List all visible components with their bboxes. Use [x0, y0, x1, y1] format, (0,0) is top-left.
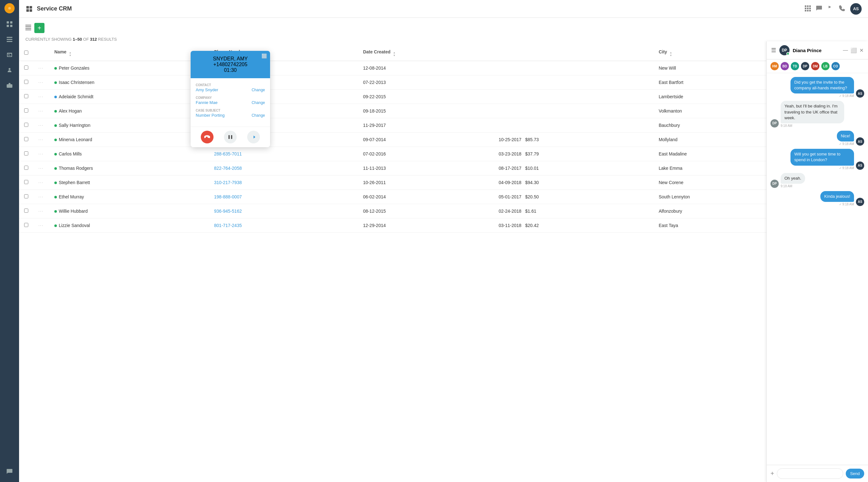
row-phone[interactable]: 198-888-0007 — [209, 190, 358, 204]
row-name: Alex Hogan — [49, 104, 209, 118]
row-checkbox[interactable] — [19, 147, 33, 161]
row-phone[interactable]: 310-217-7938 — [209, 175, 358, 190]
topbar-crm-icon — [25, 5, 33, 13]
chat-message: AS Nice! ✓ 9:18 AM — [771, 131, 864, 146]
row-checkbox[interactable] — [19, 175, 33, 190]
row-checkbox[interactable] — [19, 133, 33, 147]
call-case-change[interactable]: Change — [252, 113, 265, 118]
col-name[interactable]: Name ▲▼ — [49, 46, 209, 61]
select-all-checkbox[interactable] — [24, 51, 28, 55]
row-city: East Taya — [654, 219, 785, 233]
status-dot — [54, 210, 57, 213]
row-dots[interactable]: ··· — [33, 75, 49, 90]
call-transfer-button[interactable] — [247, 131, 260, 143]
row-phone[interactable]: 288-635-7011 — [209, 147, 358, 161]
chat-add-icon[interactable]: + — [771, 470, 774, 477]
col-dots — [33, 46, 49, 61]
row-checkbox[interactable] — [19, 204, 33, 219]
contact-avatar-co[interactable]: CO — [832, 62, 840, 70]
topbar: Service CRM AS — [19, 0, 868, 18]
message-bubble: Did you get the invite to the company al… — [790, 77, 854, 93]
row-city: Alfonzobury — [654, 204, 785, 219]
topbar-phone-icon[interactable] — [839, 5, 845, 13]
topbar-flag-icon[interactable] — [827, 5, 834, 13]
row-checkbox[interactable] — [19, 75, 33, 90]
user-avatar[interactable]: AS — [850, 3, 862, 15]
row-checkbox[interactable] — [19, 190, 33, 204]
chat-close-icon[interactable]: ✕ — [860, 47, 864, 53]
row-checkbox[interactable] — [19, 161, 33, 175]
sidebar-bottom — [5, 467, 14, 476]
call-company-value: Fannie Mae Change — [196, 100, 265, 105]
contact-avatar-dm[interactable]: DM — [811, 62, 819, 70]
call-contact-change[interactable]: Change — [252, 88, 265, 92]
sidebar-nav-grid[interactable] — [5, 20, 14, 29]
row-dots[interactable]: ··· — [33, 175, 49, 190]
row-dots[interactable]: ··· — [33, 147, 49, 161]
contact-avatar-lb[interactable]: LB — [821, 62, 830, 70]
contact-avatar-dp[interactable]: DP — [801, 62, 809, 70]
chat-contact-avatar: DP — [779, 45, 789, 55]
app-logo[interactable] — [4, 3, 14, 13]
message-avatar: AS — [856, 89, 864, 97]
call-company-change[interactable]: Change — [252, 101, 265, 105]
chat-minimize-icon[interactable]: — — [843, 47, 848, 53]
contact-avatar-hm[interactable]: HM — [771, 62, 779, 70]
chat-menu-icon[interactable]: ☰ — [771, 47, 776, 54]
chat-input-area: + Send — [767, 465, 868, 482]
row-dots[interactable]: ··· — [33, 133, 49, 147]
row-dots[interactable]: ··· — [33, 204, 49, 219]
chat-expand-icon[interactable]: ⬜ — [850, 47, 857, 53]
row-checkbox[interactable] — [19, 61, 33, 75]
sidebar-nav-contacts[interactable] — [5, 65, 14, 75]
sidebar-nav-chat[interactable] — [5, 467, 14, 476]
sub-toolbar: + — [19, 18, 868, 33]
col-date-created[interactable]: Date Created ▲▼ — [358, 46, 494, 61]
row-dots[interactable]: ··· — [33, 118, 49, 133]
row-dots[interactable]: ··· — [33, 61, 49, 75]
chat-message: AS Did you get the invite to the company… — [771, 77, 864, 97]
row-dots[interactable]: ··· — [33, 190, 49, 204]
row-phone[interactable]: 801-717-2435 — [209, 219, 358, 233]
row-checkbox[interactable] — [19, 104, 33, 118]
call-field-contact: CONTACT Amy Snyder Change — [196, 83, 265, 92]
chat-send-button[interactable]: Send — [846, 469, 864, 479]
row-date-created: 09-22-2015 — [358, 90, 494, 104]
call-popup-close-icon[interactable]: ⬜ — [261, 53, 267, 58]
online-status-dot — [786, 52, 789, 55]
topbar-chat-icon[interactable] — [816, 5, 822, 13]
list-view-icon[interactable] — [25, 25, 31, 31]
row-phone[interactable]: 822-764-2058 — [209, 161, 358, 175]
message-avatar: AS — [856, 198, 864, 206]
row-phone[interactable]: 936-945-5162 — [209, 204, 358, 219]
chat-input[interactable] — [777, 468, 843, 479]
row-checkbox[interactable] — [19, 219, 33, 233]
contact-avatar-bd[interactable]: BD — [781, 62, 789, 70]
sidebar-nav-briefcase[interactable] — [5, 81, 14, 90]
row-city: Lake Emma — [654, 161, 785, 175]
row-extra — [493, 90, 654, 104]
row-dots[interactable]: ··· — [33, 104, 49, 118]
row-checkbox[interactable] — [19, 90, 33, 104]
row-dots[interactable]: ··· — [33, 161, 49, 175]
row-dots[interactable]: ··· — [33, 90, 49, 104]
status-dot — [54, 196, 57, 198]
add-button[interactable]: + — [34, 23, 44, 33]
row-checkbox[interactable] — [19, 118, 33, 133]
call-hangup-button[interactable] — [201, 131, 214, 143]
message-time: 9:18 AM — [781, 185, 793, 188]
sidebar-nav-list[interactable] — [5, 35, 14, 44]
message-bubble: Nice! — [837, 131, 854, 141]
topbar-grid-icon[interactable] — [804, 5, 811, 13]
contact-avatar-td[interactable]: TD — [791, 62, 799, 70]
message-time: ✓ 9:18 AM — [839, 202, 854, 206]
left-sidebar — [0, 0, 19, 482]
row-extra: 08-17-2017 $10.01 — [493, 161, 654, 175]
sidebar-nav-cases[interactable] — [5, 50, 14, 59]
call-hold-button[interactable] — [224, 131, 237, 143]
col-city[interactable]: City ▲▼ — [654, 46, 785, 61]
row-dots[interactable]: ··· — [33, 219, 49, 233]
table-row: ··· Adelaide Schmidt 273-392-9287 09-22-… — [19, 90, 868, 104]
svg-rect-28 — [228, 135, 230, 139]
chat-message: DP Oh yeah. 9:18 AM — [771, 173, 864, 188]
